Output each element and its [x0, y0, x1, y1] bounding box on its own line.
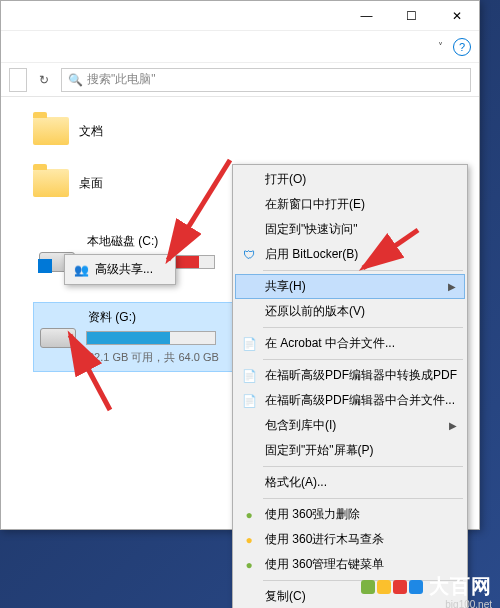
watermark: 大百网 big100.net — [361, 573, 492, 600]
ctx-foxit-merge[interactable]: 📄在福昕高级PDF编辑器中合并文件... — [235, 388, 465, 413]
submenu-arrow-icon: ▶ — [448, 281, 456, 292]
pdf-icon: 📄 — [241, 393, 257, 409]
submenu-item-label: 高级共享... — [95, 261, 153, 278]
refresh-icon: ↻ — [39, 73, 49, 87]
watermark-text: 大百网 — [429, 573, 492, 600]
help-icon[interactable]: ? — [453, 38, 471, 56]
search-input[interactable]: 🔍 搜索"此电脑" — [61, 68, 471, 92]
people-icon: 👥 — [73, 262, 89, 278]
search-icon: 🔍 — [68, 73, 83, 87]
ctx-enable-bitlocker[interactable]: 🛡启用 BitLocker(B) — [235, 242, 465, 267]
ball-icon: ● — [241, 557, 257, 573]
ctx-separator — [263, 466, 463, 467]
drive-usage-bar — [86, 331, 216, 345]
ctx-acrobat-merge[interactable]: 📄在 Acrobat 中合并文件... — [235, 331, 465, 356]
ctx-open-new-window[interactable]: 在新窗口中打开(E) — [235, 192, 465, 217]
folder-icon — [33, 117, 69, 145]
folder-documents[interactable]: 文档 — [33, 117, 479, 145]
pdf-icon: 📄 — [241, 368, 257, 384]
drive-label: 本地磁盘 (C:) — [87, 233, 227, 250]
search-placeholder: 搜索"此电脑" — [87, 71, 156, 88]
ball-icon: ● — [241, 507, 257, 523]
ctx-pin-quick-access[interactable]: 固定到"快速访问" — [235, 217, 465, 242]
drive-icon — [40, 328, 76, 348]
ball-icon: ● — [241, 532, 257, 548]
watermark-subtext: big100.net — [445, 599, 492, 608]
ctx-share[interactable]: 共享(H)▶ — [235, 274, 465, 299]
submenu-advanced-sharing[interactable]: 👥 高级共享... — [67, 257, 173, 282]
close-button[interactable]: ✕ — [434, 1, 479, 31]
address-bar[interactable] — [9, 68, 27, 92]
ribbon-toolbar: ˅ ? — [1, 31, 479, 63]
shield-icon: 🛡 — [241, 247, 257, 263]
ctx-pin-start[interactable]: 固定到"开始"屏幕(P) — [235, 438, 465, 463]
ctx-format[interactable]: 格式化(A)... — [235, 470, 465, 495]
submenu-arrow-icon: ▶ — [449, 420, 457, 431]
share-submenu: 👥 高级共享... — [64, 254, 176, 285]
address-row: ↻ 🔍 搜索"此电脑" — [1, 63, 479, 97]
ctx-separator — [263, 498, 463, 499]
context-menu: 打开(O) 在新窗口中打开(E) 固定到"快速访问" 🛡启用 BitLocker… — [232, 164, 468, 608]
ctx-foxit-convert[interactable]: 📄在福昕高级PDF编辑器中转换成PDF — [235, 363, 465, 388]
minimize-button[interactable]: — — [344, 1, 389, 31]
ctx-360-scan[interactable]: ●使用 360进行木马查杀 — [235, 527, 465, 552]
watermark-logo-icon — [361, 580, 423, 594]
ctx-separator — [263, 327, 463, 328]
drive-label: 资料 (G:) — [88, 309, 226, 326]
drive-g[interactable]: 资料 (G:) 22.1 GB 可用，共 64.0 GB — [33, 302, 233, 372]
ribbon-expand-chevron-icon[interactable]: ˅ — [438, 41, 443, 52]
ctx-restore-previous[interactable]: 还原以前的版本(V) — [235, 299, 465, 324]
ctx-separator — [263, 359, 463, 360]
titlebar: — ☐ ✕ — [1, 1, 479, 31]
folder-label: 桌面 — [79, 175, 103, 192]
ctx-open[interactable]: 打开(O) — [235, 167, 465, 192]
pdf-icon: 📄 — [241, 336, 257, 352]
maximize-button[interactable]: ☐ — [389, 1, 434, 31]
folder-label: 文档 — [79, 123, 103, 140]
drive-subtext: 22.1 GB 可用，共 64.0 GB — [88, 350, 226, 365]
ctx-include-library[interactable]: 包含到库中(I)▶ — [235, 413, 465, 438]
refresh-button[interactable]: ↻ — [33, 68, 55, 92]
ctx-separator — [263, 270, 463, 271]
folder-icon — [33, 169, 69, 197]
ctx-360-force-delete[interactable]: ●使用 360强力删除 — [235, 502, 465, 527]
